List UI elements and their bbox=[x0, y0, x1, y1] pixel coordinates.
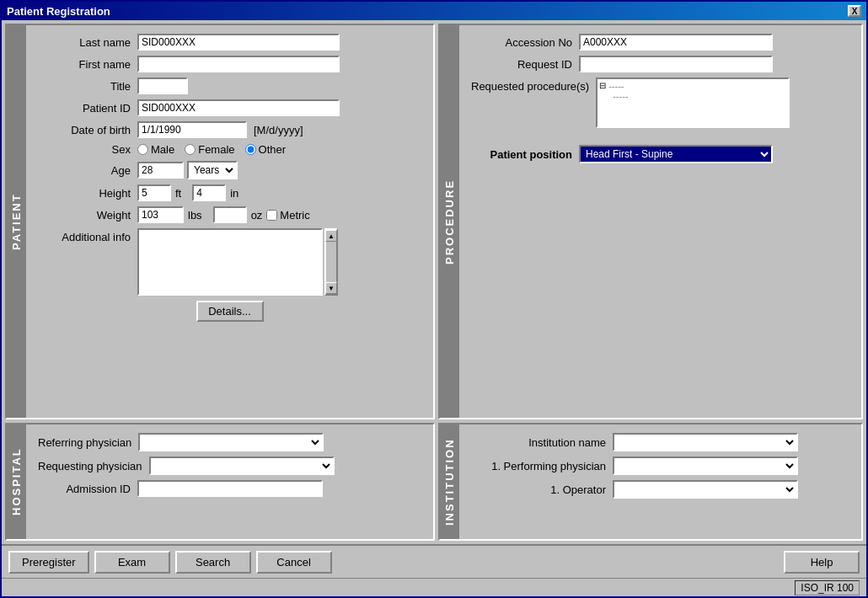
weight-oz-input[interactable] bbox=[213, 206, 247, 223]
sex-other-option[interactable]: Other bbox=[245, 143, 287, 156]
patient-id-input[interactable] bbox=[137, 99, 340, 116]
operator-select[interactable] bbox=[613, 480, 798, 499]
admission-id-label: Admission ID bbox=[38, 483, 131, 495]
sex-male-radio[interactable] bbox=[137, 144, 148, 155]
sex-row: Sex Male Female bbox=[38, 143, 421, 156]
patient-position-row: Patient position Head First - Supine Hea… bbox=[471, 145, 849, 163]
performing-physician-label: 1. Performing physician bbox=[471, 460, 606, 473]
dob-label: Date of birth bbox=[38, 124, 131, 136]
institution-name-label: Institution name bbox=[471, 436, 606, 449]
request-id-input[interactable] bbox=[579, 56, 773, 72]
requesting-physician-select[interactable] bbox=[149, 457, 335, 475]
title-bar: Patient Registration X bbox=[2, 2, 866, 20]
sex-label: Sex bbox=[38, 143, 131, 156]
scroll-up-btn[interactable]: ▲ bbox=[325, 230, 337, 242]
height-ft-label: ft bbox=[175, 187, 181, 200]
request-id-label: Request ID bbox=[471, 58, 572, 71]
title-input[interactable] bbox=[137, 77, 188, 94]
institution-name-row: Institution name bbox=[471, 433, 849, 451]
institution-side-label: INSTITUTION bbox=[440, 424, 459, 539]
dob-input[interactable] bbox=[137, 121, 247, 138]
close-button[interactable]: X bbox=[848, 5, 861, 17]
height-label: Height bbox=[38, 187, 131, 200]
status-bar: ISO_IR 100 bbox=[2, 578, 866, 596]
req-procedures-row: Requested procedure(s) ⊟ ----- ----- bbox=[471, 77, 849, 128]
weight-lbs-label: lbs bbox=[188, 209, 202, 222]
last-name-row: Last name bbox=[38, 34, 421, 51]
performing-physician-select[interactable] bbox=[613, 457, 798, 475]
proc-tree-item-2: ----- bbox=[599, 91, 786, 101]
patient-id-label: Patient ID bbox=[38, 102, 131, 115]
req-procedures-label: Requested procedure(s) bbox=[471, 77, 589, 93]
metric-checkbox[interactable] bbox=[266, 210, 277, 221]
performing-physician-row: 1. Performing physician bbox=[471, 457, 849, 475]
procedure-panel: PROCEDURE Accession No Request ID Reques… bbox=[438, 24, 863, 419]
hospital-panel-content: Referring physician Requesting physician… bbox=[26, 424, 433, 539]
title-label: Title bbox=[38, 80, 131, 93]
window-title: Patient Registration bbox=[7, 5, 110, 18]
patient-position-select[interactable]: Head First - Supine Head First - Prone F… bbox=[579, 145, 773, 163]
hospital-side-label: HOSPITAL bbox=[7, 424, 26, 539]
proc-tree-item-1: ⊟ ----- bbox=[599, 81, 786, 91]
additional-info-scrollbar[interactable]: ▲ ▼ bbox=[324, 228, 338, 296]
sex-other-label: Other bbox=[259, 143, 287, 156]
button-bar-left: Preregister Exam Search Cancel bbox=[8, 551, 332, 574]
patient-id-row: Patient ID bbox=[38, 99, 421, 116]
patient-panel: PATIENT Last name First name Title bbox=[5, 24, 435, 419]
proc-line-2: ----- bbox=[613, 91, 628, 101]
request-id-row: Request ID bbox=[471, 56, 849, 72]
details-button[interactable]: Details... bbox=[196, 301, 264, 322]
requesting-physician-label: Requesting physician bbox=[38, 460, 142, 473]
additional-info-row: Additional info ▲ ▼ bbox=[38, 228, 421, 296]
accession-no-input[interactable] bbox=[579, 34, 773, 51]
status-text: ISO_IR 100 bbox=[795, 580, 860, 595]
search-button[interactable]: Search bbox=[175, 551, 251, 574]
sex-female-label: Female bbox=[198, 143, 234, 156]
hospital-panel: HOSPITAL Referring physician Requesting … bbox=[5, 423, 435, 541]
dob-row: Date of birth [M/d/yyyy] bbox=[38, 121, 421, 138]
admission-id-input[interactable] bbox=[137, 480, 323, 497]
dob-format: [M/d/yyyy] bbox=[254, 124, 303, 136]
preregister-button[interactable]: Preregister bbox=[8, 551, 89, 574]
height-in-label: in bbox=[230, 187, 238, 200]
age-input[interactable] bbox=[137, 162, 184, 179]
weight-oz-label: oz bbox=[251, 209, 263, 222]
last-name-label: Last name bbox=[38, 36, 131, 49]
first-name-row: First name bbox=[38, 56, 421, 72]
sex-female-option[interactable]: Female bbox=[185, 143, 234, 156]
weight-row: Weight lbs oz Metric bbox=[38, 206, 421, 223]
details-row: Details... bbox=[38, 301, 421, 322]
sex-radio-group: Male Female Other bbox=[137, 143, 286, 156]
additional-info-area: ▲ ▼ bbox=[137, 228, 338, 296]
procedure-side-label: PROCEDURE bbox=[440, 25, 459, 418]
sex-female-radio[interactable] bbox=[185, 144, 196, 155]
additional-info-textarea[interactable] bbox=[137, 228, 323, 296]
institution-panel: INSTITUTION Institution name 1. Performi… bbox=[438, 423, 863, 541]
referring-physician-label: Referring physician bbox=[38, 436, 131, 449]
scroll-down-btn[interactable]: ▼ bbox=[325, 282, 337, 294]
last-name-input[interactable] bbox=[137, 34, 340, 51]
first-name-input[interactable] bbox=[137, 56, 340, 72]
age-unit-select[interactable]: Years Months Days bbox=[187, 161, 238, 179]
sex-male-label: Male bbox=[151, 143, 174, 156]
requesting-physician-row: Requesting physician bbox=[38, 457, 421, 475]
operator-label: 1. Operator bbox=[471, 483, 606, 496]
admission-id-row: Admission ID bbox=[38, 480, 421, 497]
help-button[interactable]: Help bbox=[784, 551, 860, 574]
institution-name-select[interactable] bbox=[613, 433, 798, 451]
sex-other-radio[interactable] bbox=[245, 144, 256, 155]
cancel-button[interactable]: Cancel bbox=[256, 551, 332, 574]
sex-male-option[interactable]: Male bbox=[137, 143, 174, 156]
height-in-input[interactable] bbox=[192, 184, 226, 201]
exam-button[interactable]: Exam bbox=[94, 551, 170, 574]
proc-line-1: ----- bbox=[608, 81, 624, 91]
referring-physician-row: Referring physician bbox=[38, 433, 421, 451]
tree-expand-icon: ⊟ bbox=[599, 81, 606, 90]
referring-physician-select[interactable] bbox=[138, 433, 324, 451]
height-ft-input[interactable] bbox=[137, 184, 171, 201]
operator-row: 1. Operator bbox=[471, 480, 849, 499]
bottom-row: HOSPITAL Referring physician Requesting … bbox=[5, 423, 863, 541]
weight-lbs-input[interactable] bbox=[137, 206, 184, 223]
patient-position-label: Patient position bbox=[471, 148, 572, 161]
top-row: PATIENT Last name First name Title bbox=[5, 24, 863, 419]
